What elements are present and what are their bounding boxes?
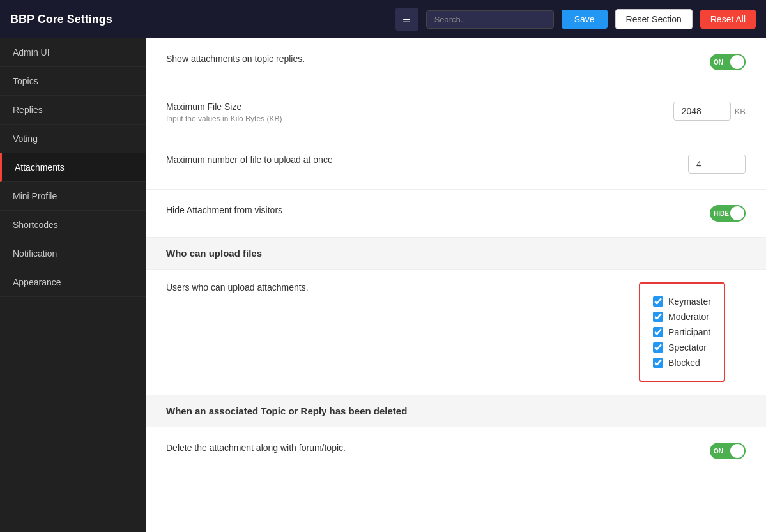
upload-roles-box: Keymaster Moderator Participant Spe <box>639 282 725 382</box>
hide-attachment-control[interactable]: HIDE <box>710 205 746 222</box>
reset-section-button[interactable]: Reset Section <box>615 9 693 29</box>
filter-icon-button[interactable]: ⚌ <box>395 8 418 31</box>
sidebar-item-shortcodes[interactable]: Shortcodes <box>0 211 146 239</box>
sidebar: Admin UITopicsRepliesVotingAttachmentsMi… <box>0 38 146 532</box>
app-title: BBP Core Settings <box>10 13 388 26</box>
show-attachments-row: Show attachments on topic replies. ON <box>146 38 766 86</box>
moderator-label: Moderator <box>668 312 709 322</box>
filter-icon: ⚌ <box>402 14 411 24</box>
upload-roles-label: Users who can upload attachments. <box>166 282 624 293</box>
sidebar-item-appearance[interactable]: Appearance <box>0 268 146 297</box>
reset-all-button[interactable]: Reset All <box>700 10 756 29</box>
show-attachments-control[interactable]: ON <box>710 54 746 70</box>
max-file-size-input[interactable] <box>673 102 731 121</box>
delete-attachment-control[interactable]: ON <box>710 443 746 459</box>
show-attachments-label: Show attachments on topic replies. <box>166 54 694 64</box>
role-keymaster[interactable]: Keymaster <box>653 296 711 307</box>
max-files-label-group: Maximum number of file to upload at once <box>166 155 673 165</box>
upload-roles-label-group: Users who can upload attachments. <box>166 282 624 293</box>
moderator-checkbox[interactable] <box>653 312 663 322</box>
roles-list: Keymaster Moderator Participant Spe <box>653 296 711 368</box>
max-file-size-sublabel: Input the values in Kilo Bytes (KB) <box>166 114 658 123</box>
role-spectator[interactable]: Spectator <box>653 342 711 353</box>
hide-attachment-label-group: Hide Attachment from visitors <box>166 205 694 215</box>
sidebar-item-admin-ui[interactable]: Admin UI <box>0 38 146 67</box>
delete-attachment-label: Delete the attachment along with forum/t… <box>166 443 694 453</box>
kb-unit-label: KB <box>735 107 746 116</box>
save-button[interactable]: Save <box>562 10 608 29</box>
participant-checkbox[interactable] <box>653 327 663 337</box>
hide-attachment-label: Hide Attachment from visitors <box>166 205 694 215</box>
blocked-label: Blocked <box>668 358 700 368</box>
sidebar-item-topics[interactable]: Topics <box>0 67 146 96</box>
max-file-size-label: Maximum File Size <box>166 102 658 112</box>
show-attachments-toggle-label: ON <box>714 59 723 66</box>
show-attachments-label-group: Show attachments on topic replies. <box>166 54 694 64</box>
hide-toggle-knob <box>730 206 744 220</box>
keymaster-checkbox[interactable] <box>653 296 663 307</box>
max-file-size-row: Maximum File Size Input the values in Ki… <box>146 86 766 139</box>
participant-label: Participant <box>668 327 710 337</box>
blocked-checkbox[interactable] <box>653 358 663 368</box>
role-participant[interactable]: Participant <box>653 327 711 337</box>
sidebar-item-replies[interactable]: Replies <box>0 96 146 125</box>
sidebar-item-attachments[interactable]: Attachments <box>0 153 146 182</box>
deleted-topic-section-header: When an associated Topic or Reply has be… <box>146 395 766 427</box>
deleted-topic-title: When an associated Topic or Reply has be… <box>166 406 746 416</box>
main-content: Show attachments on topic replies. ON Ma… <box>146 38 766 532</box>
hide-attachment-toggle-label: HIDE <box>714 210 729 217</box>
max-files-label: Maximum number of file to upload at once <box>166 155 673 165</box>
sidebar-item-notification[interactable]: Notification <box>0 239 146 268</box>
max-files-row: Maximum number of file to upload at once <box>146 139 766 190</box>
app-header: BBP Core Settings ⚌ Save Reset Section R… <box>0 0 766 38</box>
upload-roles-control: Keymaster Moderator Participant Spe <box>639 282 746 382</box>
who-can-upload-section-header: Who can upload files <box>146 238 766 270</box>
sidebar-item-mini-profile[interactable]: Mini Profile <box>0 182 146 211</box>
role-blocked[interactable]: Blocked <box>653 358 711 368</box>
spectator-label: Spectator <box>668 342 707 353</box>
hide-attachment-toggle[interactable]: HIDE <box>710 205 746 222</box>
max-file-size-label-group: Maximum File Size Input the values in Ki… <box>166 102 658 123</box>
delete-attachment-toggle-label: ON <box>714 448 723 455</box>
delete-attachment-toggle[interactable]: ON <box>710 443 746 459</box>
main-layout: Admin UITopicsRepliesVotingAttachmentsMi… <box>0 38 766 532</box>
delete-toggle-knob <box>730 444 744 458</box>
delete-attachment-row: Delete the attachment along with forum/t… <box>146 427 766 475</box>
upload-roles-row: Users who can upload attachments. Keymas… <box>146 270 766 395</box>
toggle-knob <box>730 55 744 69</box>
who-can-upload-title: Who can upload files <box>166 248 746 259</box>
keymaster-label: Keymaster <box>668 296 711 307</box>
max-file-size-control: KB <box>673 102 746 121</box>
hide-attachment-row: Hide Attachment from visitors HIDE <box>146 190 766 238</box>
delete-attachment-label-group: Delete the attachment along with forum/t… <box>166 443 694 453</box>
role-moderator[interactable]: Moderator <box>653 312 711 322</box>
sidebar-item-voting[interactable]: Voting <box>0 125 146 153</box>
search-input[interactable] <box>426 10 554 29</box>
max-files-input[interactable] <box>688 155 746 174</box>
spectator-checkbox[interactable] <box>653 342 663 353</box>
show-attachments-toggle[interactable]: ON <box>710 54 746 70</box>
max-files-control <box>688 155 746 174</box>
